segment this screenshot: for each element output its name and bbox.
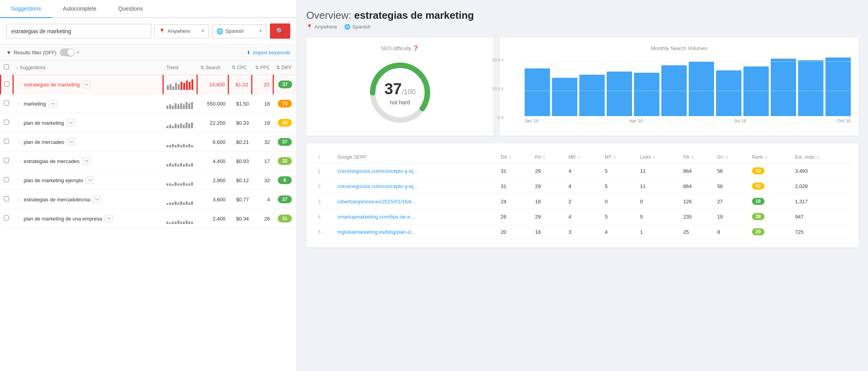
col-header-suggestions[interactable]: ↓ Suggestions	[13, 61, 163, 75]
star-icon[interactable]: ☆	[17, 81, 22, 88]
serp-col-mt[interactable]: MT ⇅	[601, 151, 636, 163]
serp-col-rank[interactable]: Rank ⇅	[748, 151, 791, 163]
row-cpc-cell: $0.77	[229, 190, 252, 209]
related-button[interactable]: ↪	[48, 100, 57, 108]
bar-2	[172, 184, 174, 186]
row-cpc-cell: $0.93	[229, 152, 252, 171]
star-icon[interactable]: ☆	[16, 139, 21, 145]
related-button[interactable]: ↪	[66, 119, 75, 127]
row-checkbox[interactable]	[4, 215, 9, 220]
serp-fb: 126	[679, 194, 713, 209]
col-header-diff[interactable]: ⇅ DIFF	[273, 61, 296, 75]
row-search-cell: 22,200	[197, 113, 229, 133]
serp-body: 1 crecenegocios.com/concepto-y-ej... 31 …	[314, 163, 851, 240]
left-panel: Suggestions Autocomplete Questions 📍 Any…	[0, 0, 297, 371]
serp-rank-num: 4	[314, 209, 334, 224]
bar-6	[183, 203, 185, 205]
serp-link[interactable]: crecenegocios.com/concepto-y-ej...	[338, 183, 417, 189]
search-button[interactable]: 🔍	[270, 23, 290, 39]
bar-6	[183, 104, 185, 109]
star-icon[interactable]: ☆	[16, 196, 21, 203]
star-icon[interactable]: ☆	[16, 100, 21, 107]
row-checkbox[interactable]	[4, 139, 9, 144]
ppc-value: 19	[264, 120, 270, 126]
row-check-cell	[1, 94, 13, 113]
star-icon[interactable]: ☆	[16, 215, 21, 222]
serp-link[interactable]: robertoespinosa.es/2015/01/16/e...	[338, 199, 416, 204]
filter-toggle[interactable]: ✕	[60, 48, 80, 56]
serp-col-fb[interactable]: FB ⇅	[679, 151, 713, 163]
serp-row: 4 smartupmarketing.com/tips-de-e... 26 2…	[314, 209, 851, 224]
x-label-apr: Apr '16	[629, 118, 643, 123]
col-header-cpc[interactable]: ⇅ CPC	[229, 61, 252, 75]
location-label: Anywhere	[168, 28, 190, 34]
row-search-cell: 4,400	[197, 152, 229, 171]
row-checkbox[interactable]	[4, 120, 9, 125]
row-checkbox[interactable]	[4, 100, 9, 106]
related-button[interactable]: ↪	[93, 195, 101, 203]
related-button[interactable]: ↪	[86, 176, 94, 184]
bar-2	[172, 126, 174, 128]
serp-link[interactable]: mglobalmarketing.es/blog/plan-d...	[338, 229, 415, 235]
toggle-track[interactable]	[60, 48, 75, 56]
bar-8	[189, 82, 191, 90]
select-all-checkbox[interactable]	[4, 65, 9, 70]
row-checkbox[interactable]	[4, 158, 9, 163]
monthly-volumes-card: Monthly Search Volumes 30.0 k 15.0 k 0.0	[500, 38, 859, 136]
row-ppc-cell: 17	[252, 152, 273, 171]
tab-autocomplete[interactable]: Autocomplete	[52, 0, 107, 18]
serp-link[interactable]: crecenegocios.com/concepto-y-ej...	[338, 168, 417, 174]
kw-cell: ☆ estrategias de marketing ↪	[17, 81, 159, 88]
chart-bar-11	[825, 57, 851, 116]
import-keywords-link[interactable]: ⬇ Import keywords	[246, 50, 290, 56]
table-row: ☆ plan de marketing ↪ 22,200 $0.33 19 40	[1, 113, 297, 133]
bar-2	[172, 164, 174, 167]
filter-button[interactable]: ▼ Results filter (OFF)	[6, 50, 57, 56]
row-ppc-cell: 4	[252, 190, 273, 209]
row-check-cell	[1, 190, 13, 209]
monthly-volumes-title: Monthly Search Volumes	[507, 45, 851, 51]
serp-col-pa[interactable]: PA ⇅	[531, 151, 564, 163]
serp-link[interactable]: smartupmarketing.com/tips-de-e...	[338, 214, 414, 220]
serp-rank-num: 3	[314, 194, 334, 209]
row-diff-cell: 37	[273, 133, 296, 152]
row-keyword-cell: ☆ estrategias de mercadeo ↪	[13, 152, 163, 171]
keyword-text: plan de marketing ejemplo	[24, 177, 83, 183]
serp-col-da[interactable]: DA ⇅	[497, 151, 531, 163]
ppc-value: 32	[264, 139, 270, 145]
tab-questions[interactable]: Questions	[107, 0, 154, 18]
serp-rank-badge: 18	[752, 198, 764, 205]
serp-col-mr[interactable]: MR ⇅	[564, 151, 601, 163]
language-select[interactable]: 🌐 Spanish ▼	[212, 24, 267, 38]
row-diff-cell: 37	[273, 190, 296, 209]
bar-8	[188, 103, 190, 109]
serp-col-visits[interactable]: Est. visits ⇅	[791, 151, 851, 163]
donut-chart: 37/100 not hard	[365, 57, 435, 128]
tab-suggestions[interactable]: Suggestions	[0, 0, 52, 18]
star-icon[interactable]: ☆	[16, 158, 21, 164]
row-checkbox[interactable]	[4, 177, 9, 182]
related-button[interactable]: ↪	[67, 138, 75, 146]
bar-6	[183, 144, 185, 147]
star-icon[interactable]: ☆	[16, 177, 21, 183]
serp-card: ↕ Google SERP DA ⇅ PA ⇅ MR ⇅ MT ⇅ Links …	[306, 143, 859, 247]
serp-pa: 18	[531, 224, 564, 240]
row-check-cell	[1, 209, 13, 228]
help-icon[interactable]: ❓	[413, 45, 419, 51]
col-header-search[interactable]: ⇅ Search	[197, 61, 229, 75]
row-checkbox[interactable]	[4, 196, 9, 201]
row-trend-cell	[163, 209, 197, 228]
related-button[interactable]: ↪	[82, 81, 91, 88]
related-button[interactable]: ↪	[82, 157, 91, 165]
related-button[interactable]: ↪	[104, 215, 113, 222]
table-row: ☆ estrategias de mercadeo ↪ 4,400 $0.93 …	[1, 152, 297, 171]
location-icon: 📍	[159, 28, 165, 34]
serp-col-links[interactable]: Links ⇅	[636, 151, 679, 163]
row-checkbox[interactable]	[4, 81, 9, 86]
col-header-ppc[interactable]: ⇅ PPC	[252, 61, 273, 75]
search-input[interactable]	[6, 24, 151, 39]
kw-cell: ☆ plan de marketing ejemplo ↪	[16, 176, 160, 184]
serp-col-gplus[interactable]: G+ ⇅	[713, 151, 748, 163]
star-icon[interactable]: ☆	[16, 120, 21, 126]
location-select[interactable]: 📍 Anywhere ▼	[154, 24, 209, 38]
